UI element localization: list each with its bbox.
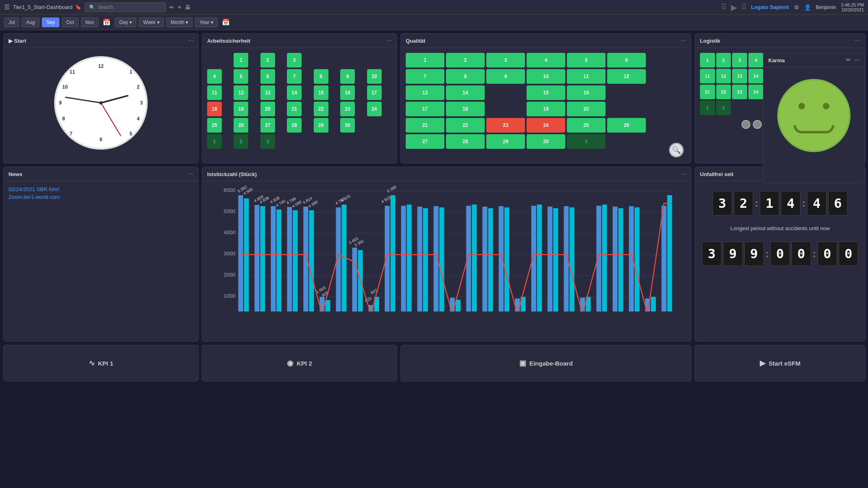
arbeit-cell-24[interactable]: 24 [367, 102, 382, 116]
news-item-1[interactable]: 02/24/2021 SBR führt [9, 186, 193, 192]
q-cell-3[interactable]: 3 [486, 53, 525, 68]
month-aug[interactable]: Aug [22, 17, 39, 27]
eingabe-card[interactable]: ▣ Eingabe-Board [400, 345, 691, 381]
arbeit-cell-21[interactable]: 21 [287, 102, 302, 116]
search-box[interactable]: 🔍 Search [85, 2, 166, 12]
news-item-2[interactable]: Zoom.tier1-world.com [9, 194, 193, 200]
arbeit-cell-2[interactable]: 2 [260, 53, 275, 68]
q-cell-18[interactable]: 18 [446, 102, 485, 116]
arbeit-cell-15[interactable]: 15 [314, 85, 328, 100]
kpi1-btn[interactable]: ∿ KPI 1 [4, 345, 198, 381]
week-dropdown[interactable]: Week ▾ [139, 17, 164, 27]
esfm-card[interactable]: ▶ Start eSFM [695, 345, 866, 381]
arbeit-cell-25[interactable]: 25 [207, 118, 222, 133]
month-dropdown[interactable]: Month ▾ [166, 17, 193, 27]
l-cell-24[interactable]: 24 [748, 85, 763, 99]
qualitat-menu[interactable]: ··· [681, 37, 686, 44]
l-cell-2[interactable]: 2 [716, 53, 731, 68]
q-cell-13[interactable]: 13 [406, 85, 444, 100]
logistik-menu[interactable]: ··· [855, 37, 860, 44]
arbeit-cell-30[interactable]: 30 [340, 118, 355, 133]
q-cell-23[interactable]: 23 [486, 118, 525, 133]
arbeit-cell-16[interactable]: 16 [340, 85, 355, 100]
q-cell-30[interactable]: 30 [527, 134, 565, 149]
news-menu[interactable]: ··· [188, 170, 193, 178]
q-cell-20[interactable]: 20 [567, 102, 606, 116]
q-cell-1[interactable]: 1 [406, 53, 444, 68]
arbeit-cell-oct3[interactable]: 3 [260, 134, 275, 149]
l-cell-14[interactable]: 14 [748, 69, 763, 83]
q-cell-9[interactable]: 9 [486, 69, 525, 84]
l-cell-4[interactable]: 4 [748, 53, 763, 68]
month-nov[interactable]: Nov [81, 17, 98, 27]
arbeit-cell-5[interactable]: 5 [234, 69, 248, 84]
arbeit-cell-oct1[interactable]: 1 [207, 134, 222, 149]
q-cell-25[interactable]: 25 [567, 118, 606, 133]
arbeit-menu[interactable]: ··· [387, 37, 392, 44]
q-cell-7[interactable]: 7 [406, 69, 444, 84]
arbeit-cell-13[interactable]: 13 [260, 85, 275, 100]
q-cell-16[interactable]: 16 [567, 85, 606, 100]
l-cell-21[interactable]: 21 [700, 85, 715, 99]
month-jul[interactable]: Jul [4, 17, 19, 27]
esfm-btn[interactable]: ▶ Start eSFM [695, 345, 865, 381]
print-icon[interactable]: 🖶 [185, 4, 190, 11]
arbeit-cell-3[interactable]: 3 [287, 53, 302, 68]
day-dropdown[interactable]: Day ▾ [115, 17, 136, 27]
q-cell-2[interactable]: 2 [446, 53, 485, 68]
q-cell-4[interactable]: 4 [527, 53, 565, 68]
l-cell-11[interactable]: 11 [700, 69, 715, 83]
l-cell-22[interactable]: 22 [716, 85, 731, 99]
eingabe-btn[interactable]: ▣ Eingabe-Board [401, 345, 691, 381]
settings-icon[interactable]: ⚙ [794, 4, 799, 11]
arbeit-cell-9[interactable]: 9 [340, 69, 355, 84]
arbeit-cell-10[interactable]: 10 [367, 69, 382, 84]
magnifier-icon[interactable]: 🔍 [669, 143, 684, 154]
l-cell-1[interactable]: 1 [700, 53, 715, 68]
arbeit-cell-19[interactable]: 19 [234, 102, 248, 116]
arbeit-cell-11[interactable]: 11 [207, 85, 222, 100]
karma-edit-icon[interactable]: ✏ [846, 57, 851, 64]
arbeit-cell-7[interactable]: 7 [287, 69, 302, 84]
hamburger-icon[interactable]: ☰ [4, 3, 10, 11]
calendar-icon[interactable]: 📅 [103, 18, 111, 26]
kpi2-btn[interactable]: ◉ KPI 2 [202, 345, 397, 381]
kpi2-card[interactable]: ◉ KPI 2 [202, 345, 397, 381]
arbeit-cell-22[interactable]: 22 [314, 102, 328, 116]
month-oct[interactable]: Oct [62, 17, 79, 27]
q-cell-21[interactable]: 21 [406, 118, 444, 133]
q-cell-6[interactable]: 6 [607, 53, 646, 68]
add-icon[interactable]: + [177, 4, 181, 11]
l-cell-23[interactable]: 23 [732, 85, 747, 99]
l-cell-oct2[interactable]: 2 [716, 100, 731, 115]
karma-menu[interactable]: ··· [854, 57, 859, 64]
user-icon[interactable]: 👤 [804, 4, 811, 11]
q-cell-22[interactable]: 22 [446, 118, 485, 133]
l-cell-13[interactable]: 13 [732, 69, 747, 83]
arbeit-cell-20[interactable]: 20 [260, 102, 275, 116]
start-card-menu[interactable]: ··· [188, 37, 193, 44]
arbeit-cell-8[interactable]: 8 [314, 69, 328, 84]
arbeit-cell-26[interactable]: 26 [234, 118, 248, 133]
l-cell-oct1[interactable]: 1 [700, 100, 715, 115]
year-dropdown[interactable]: Year ▾ [195, 17, 218, 27]
q-cell-17[interactable]: 17 [406, 102, 444, 116]
arbeit-cell-17[interactable]: 17 [367, 85, 382, 100]
arbeit-cell-1[interactable]: 1 [234, 53, 248, 68]
q-cell-28[interactable]: 28 [446, 134, 485, 149]
arbeit-cell-18[interactable]: 18 [207, 102, 222, 116]
q-cell-5[interactable]: 5 [567, 53, 606, 68]
l-cell-12[interactable]: 12 [716, 69, 731, 83]
arbeit-cell-12[interactable]: 12 [234, 85, 248, 100]
l-cell-3[interactable]: 3 [732, 53, 747, 68]
arbeit-cell-6[interactable]: 6 [260, 69, 275, 84]
q-cell-19[interactable]: 19 [527, 102, 565, 116]
q-cell-29[interactable]: 29 [486, 134, 525, 149]
q-cell-15[interactable]: 15 [527, 85, 565, 100]
q-cell-11[interactable]: 11 [567, 69, 606, 84]
q-cell-8[interactable]: 8 [446, 69, 485, 84]
q-cell-27[interactable]: 27 [406, 134, 444, 149]
arbeit-cell-4[interactable]: 4 [207, 69, 222, 84]
arbeit-cell-27[interactable]: 27 [260, 118, 275, 133]
scroll-dot-1[interactable] [741, 120, 750, 129]
